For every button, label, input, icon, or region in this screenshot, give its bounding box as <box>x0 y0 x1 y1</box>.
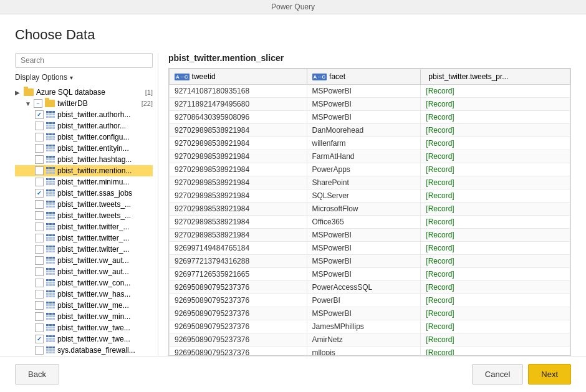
tree-item-t10[interactable]: pbist_twitter.tweets_... <box>15 210 153 221</box>
tree-item-t18[interactable]: pbist_twitter.vw_me... <box>15 300 153 311</box>
checkbox-t20[interactable] <box>35 323 44 332</box>
checkbox-t19[interactable] <box>35 312 44 321</box>
checkbox-t15[interactable] <box>35 267 44 276</box>
tree-container[interactable]: ▶ Azure SQL database [1] ▼ − twitterDB [… <box>15 87 153 356</box>
tree-item-t16[interactable]: pbist_twitter.vw_con... <box>15 277 153 289</box>
tree-item-t19[interactable]: pbist_twitter.vw_min... <box>15 311 153 322</box>
checkbox-t21[interactable]: ✓ <box>35 335 44 343</box>
cell-record[interactable]: [Record] <box>421 281 570 294</box>
table-row[interactable]: 927029898538921984 SharePoint [Record] <box>170 176 570 189</box>
table-row[interactable]: 927118921479495680 MSPowerBI [Record] <box>170 98 570 111</box>
tree-item-t20[interactable]: pbist_twitter.vw_twe... <box>15 322 153 333</box>
checkbox-t3[interactable] <box>35 133 44 141</box>
tree-item-t6[interactable]: pbist_twitter.mention... <box>15 165 153 176</box>
checkbox-t6[interactable] <box>35 166 44 175</box>
checkbox-t22[interactable] <box>35 346 44 355</box>
checkbox-t18[interactable] <box>35 301 44 310</box>
next-button[interactable]: Next <box>528 364 571 385</box>
cell-record[interactable]: [Record] <box>421 137 570 150</box>
tree-item-t9[interactable]: pbist_twitter.tweets_... <box>15 199 153 210</box>
checkbox-t14[interactable] <box>35 256 44 265</box>
cell-record[interactable]: [Record] <box>421 150 570 163</box>
checkbox-t12[interactable] <box>35 234 44 242</box>
cell-record[interactable]: [Record] <box>421 294 570 307</box>
tree-item-t8[interactable]: ✓ pbist_twitter.ssas_jobs <box>15 188 153 199</box>
tree-item-t22[interactable]: sys.database_firewall... <box>15 345 153 356</box>
tree-item-azure-sql[interactable]: ▶ Azure SQL database [1] <box>15 87 153 98</box>
cell-record[interactable]: [Record] <box>421 98 570 111</box>
back-button[interactable]: Back <box>15 364 59 385</box>
checkbox-t11[interactable] <box>35 222 44 231</box>
table-row[interactable]: 926950890795237376 PowerAccessSQL [Recor… <box>170 281 570 294</box>
tree-item-t21[interactable]: ✓ pbist_twitter.vw_twe... <box>15 333 153 345</box>
checkbox-twitterdb[interactable]: − <box>34 99 42 108</box>
cell-record[interactable]: [Record] <box>421 347 570 356</box>
checkbox-t2[interactable] <box>35 122 44 130</box>
table-row[interactable]: 927029898538921984 SQLServer [Record] <box>170 189 570 203</box>
cell-record[interactable]: [Record] <box>421 320 570 333</box>
tree-item-t11[interactable]: pbist_twitter.twitter_... <box>15 221 153 232</box>
cell-record[interactable]: [Record] <box>421 176 570 189</box>
table-row[interactable]: 927029898538921984 FarmAtHand [Record] <box>170 150 570 163</box>
checkbox-t17[interactable] <box>35 290 44 299</box>
tree-item-t2[interactable]: pbist_twitter.author... <box>15 120 153 131</box>
search-input[interactable] <box>15 53 153 68</box>
checkbox-t1[interactable]: ✓ <box>35 110 44 119</box>
tree-item-t3[interactable]: pbist_twitter.configu... <box>15 131 153 143</box>
checkbox-t9[interactable] <box>35 200 44 209</box>
cell-record[interactable]: [Record] <box>421 163 570 176</box>
data-table-container[interactable]: A↔C tweetid A↔C facet <box>168 68 571 356</box>
table-row[interactable]: 927029898538921984 willenfarm [Record] <box>170 137 570 150</box>
tree-item-t12[interactable]: pbist_twitter.twitter_... <box>15 232 153 244</box>
cell-record[interactable]: [Record] <box>421 242 570 255</box>
cancel-button[interactable]: Cancel <box>472 364 523 385</box>
tree-item-t13[interactable]: pbist_twitter.twitter_... <box>15 244 153 255</box>
cell-record[interactable]: [Record] <box>421 229 570 242</box>
table-row[interactable]: 926950890795237376 mllopis [Record] <box>170 347 570 356</box>
tree-item-label: pbist_twitter.vw_has... <box>57 290 153 299</box>
table-row[interactable]: 926950890795237376 MSPowerBI [Record] <box>170 307 570 320</box>
table-row[interactable]: 926977213794316288 MSPowerBI [Record] <box>170 255 570 268</box>
table-row[interactable]: 926950890795237376 PowerBI [Record] <box>170 294 570 307</box>
cell-record[interactable]: [Record] <box>421 255 570 268</box>
table-row[interactable]: 927141087180935168 MSPowerBI [Record] <box>170 85 570 98</box>
col-header-tweets-pr[interactable]: pbist_twitter.tweets_pr... <box>421 69 570 85</box>
checkbox-t4[interactable] <box>35 144 44 153</box>
table-row[interactable]: 927029898538921984 MicrosoftFlow [Record… <box>170 203 570 216</box>
table-row[interactable]: 927029898538921984 Office365 [Record] <box>170 216 570 229</box>
cell-record[interactable]: [Record] <box>421 333 570 347</box>
tree-item-t14[interactable]: pbist_twitter.vw_aut... <box>15 255 153 266</box>
tree-item-t17[interactable]: pbist_twitter.vw_has... <box>15 289 153 300</box>
tree-item-t4[interactable]: pbist_twitter.entityin... <box>15 143 153 154</box>
tree-item-t15[interactable]: pbist_twitter.vw_aut... <box>15 266 153 277</box>
checkbox-t13[interactable] <box>35 245 44 254</box>
cell-record[interactable]: [Record] <box>421 124 570 137</box>
checkbox-t5[interactable] <box>35 155 44 164</box>
cell-record[interactable]: [Record] <box>421 111 570 124</box>
cell-record[interactable]: [Record] <box>421 216 570 229</box>
table-row[interactable]: 927029898538921984 DanMoorehead [Record] <box>170 124 570 137</box>
table-row[interactable]: 926950890795237376 JamesMPhillips [Recor… <box>170 320 570 333</box>
table-row[interactable]: 927086430395908096 MSPowerBI [Record] <box>170 111 570 124</box>
display-options-button[interactable]: Display Options ▾ <box>15 73 153 82</box>
cell-record[interactable]: [Record] <box>421 203 570 216</box>
checkbox-t16[interactable] <box>35 279 44 287</box>
checkbox-t10[interactable] <box>35 211 44 220</box>
checkbox-t8[interactable]: ✓ <box>35 189 44 198</box>
cell-record[interactable]: [Record] <box>421 189 570 203</box>
checkbox-t7[interactable] <box>35 178 44 186</box>
cell-record[interactable]: [Record] <box>421 85 570 98</box>
tree-item-t5[interactable]: pbist_twitter.hashtag... <box>15 154 153 165</box>
table-row[interactable]: 927029898538921984 MSPowerBI [Record] <box>170 229 570 242</box>
table-row[interactable]: 926950890795237376 AmirNetz [Record] <box>170 333 570 347</box>
tree-item-t1[interactable]: ✓ pbist_twitter.authorh... <box>15 109 153 120</box>
tree-item-twitterdb[interactable]: ▼ − twitterDB [22] <box>15 98 153 109</box>
table-row[interactable]: 927029898538921984 PowerApps [Record] <box>170 163 570 176</box>
col-header-tweetid[interactable]: A↔C tweetid <box>170 69 307 85</box>
tree-item-t7[interactable]: pbist_twitter.minimu... <box>15 176 153 188</box>
table-row[interactable]: 926977126535921665 MSPowerBI [Record] <box>170 268 570 281</box>
table-row[interactable]: 926997149484765184 MSPowerBI [Record] <box>170 242 570 255</box>
col-header-facet[interactable]: A↔C facet <box>307 69 421 85</box>
cell-record[interactable]: [Record] <box>421 268 570 281</box>
cell-record[interactable]: [Record] <box>421 307 570 320</box>
